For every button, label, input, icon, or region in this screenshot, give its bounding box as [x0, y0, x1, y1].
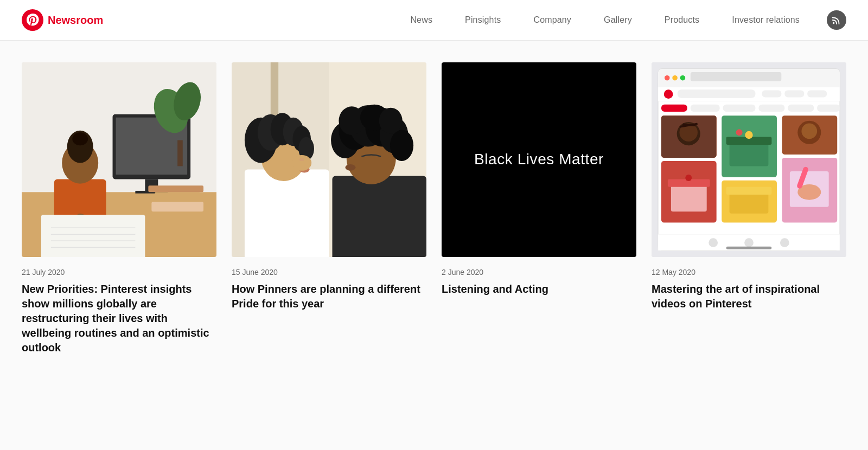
nav-item-gallery[interactable]: Gallery — [588, 15, 648, 25]
svg-rect-40 — [299, 158, 304, 161]
svg-rect-65 — [784, 90, 804, 97]
article-card[interactable]: 21 July 2020 New Priorities: Pinterest i… — [22, 62, 216, 355]
nav-item-investor-relations[interactable]: Investor relations — [716, 15, 816, 25]
nav-item-news[interactable]: News — [394, 15, 449, 25]
svg-point-58 — [665, 75, 670, 81]
svg-rect-64 — [762, 90, 781, 97]
article-title[interactable]: New Priorities: Pinterest insights show … — [22, 282, 216, 355]
svg-rect-57 — [691, 72, 782, 81]
article-image-wrapper — [22, 62, 216, 257]
svg-rect-18 — [41, 215, 145, 257]
article-title[interactable]: Listening and Acting — [442, 282, 636, 297]
article-image-wrapper: Black Lives Matter — [442, 62, 636, 257]
svg-point-63 — [664, 89, 673, 99]
article-card[interactable]: 15 June 2020 How Pinners are planning a … — [232, 62, 426, 355]
svg-point-91 — [755, 129, 762, 136]
svg-rect-41 — [332, 176, 426, 257]
article-date: 21 July 2020 — [22, 268, 216, 277]
svg-rect-24 — [155, 192, 200, 202]
svg-point-1 — [833, 22, 835, 24]
pinterest-logo-icon — [22, 9, 43, 31]
article-1-image — [22, 62, 216, 257]
svg-rect-66 — [807, 90, 827, 97]
article-date: 15 June 2020 — [232, 268, 426, 277]
nav-item-products[interactable]: Products — [648, 15, 716, 25]
site-name: Newsroom — [48, 14, 103, 27]
articles-grid: 21 July 2020 New Priorities: Pinterest i… — [22, 62, 846, 355]
article-date: 2 June 2020 — [442, 268, 636, 277]
black-lives-matter-image: Black Lives Matter — [442, 62, 636, 257]
svg-point-95 — [801, 123, 817, 139]
svg-point-0 — [22, 9, 43, 31]
svg-point-48 — [390, 130, 413, 160]
svg-point-51 — [379, 108, 403, 134]
article-4-image — [652, 62, 846, 257]
svg-rect-25 — [148, 185, 203, 192]
svg-point-52 — [345, 164, 355, 171]
rss-icon — [832, 15, 841, 25]
article-2-image — [232, 62, 426, 257]
svg-rect-56 — [658, 81, 840, 87]
svg-point-102 — [780, 238, 789, 247]
svg-rect-103 — [726, 247, 772, 249]
article-card[interactable]: Black Lives Matter 2 June 2020 Listening… — [442, 62, 636, 355]
logo-link[interactable]: Newsroom — [22, 9, 103, 31]
svg-rect-23 — [151, 202, 203, 211]
svg-point-100 — [709, 238, 718, 247]
svg-rect-93 — [726, 187, 772, 195]
svg-rect-67 — [661, 105, 687, 112]
svg-rect-72 — [817, 105, 840, 112]
main-nav: News Pinsights Company Gallery Products … — [394, 15, 816, 25]
svg-point-15 — [72, 132, 88, 145]
rss-button[interactable] — [827, 10, 846, 30]
svg-rect-68 — [691, 105, 720, 112]
svg-point-89 — [745, 131, 752, 139]
main-content: 21 July 2020 New Priorities: Pinterest i… — [0, 41, 868, 450]
nav-item-company[interactable]: Company — [517, 15, 588, 25]
svg-point-90 — [736, 129, 743, 136]
article-image-wrapper — [652, 62, 846, 257]
svg-rect-62 — [678, 89, 756, 98]
article-image-wrapper — [232, 62, 426, 257]
black-lives-matter-text: Black Lives Matter — [474, 150, 604, 169]
article-date: 12 May 2020 — [652, 268, 846, 277]
svg-point-59 — [672, 75, 678, 81]
article-title[interactable]: Mastering the art of inspirational video… — [652, 282, 846, 311]
nav-item-pinsights[interactable]: Pinsights — [449, 15, 517, 25]
svg-rect-70 — [758, 105, 784, 112]
header: Newsroom News Pinsights Company Gallery … — [0, 0, 868, 41]
svg-point-60 — [680, 75, 686, 81]
svg-rect-10 — [177, 140, 183, 166]
svg-point-101 — [744, 238, 754, 247]
svg-point-39 — [292, 155, 311, 171]
svg-rect-30 — [245, 169, 329, 257]
svg-rect-69 — [723, 105, 756, 112]
article-card[interactable]: 12 May 2020 Mastering the art of inspira… — [652, 62, 846, 355]
article-title[interactable]: How Pinners are planning a different Pri… — [232, 282, 426, 311]
svg-point-86 — [685, 175, 692, 181]
svg-rect-71 — [788, 105, 814, 112]
